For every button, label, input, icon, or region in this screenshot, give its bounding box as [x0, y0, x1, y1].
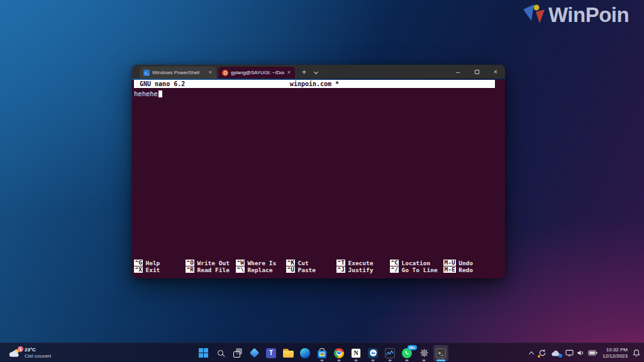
shortcut-label: Paste	[297, 266, 316, 273]
widgets-button[interactable]	[247, 345, 262, 361]
shortcut-label: Read File	[197, 266, 229, 273]
running-indicator	[389, 359, 392, 361]
shortcut-label: Write Out	[197, 260, 229, 266]
tab-title: Windows PowerShell	[152, 70, 206, 75]
chrome-button[interactable]	[331, 345, 347, 361]
teams-icon: T	[266, 348, 276, 358]
shortcut-label: Redo	[458, 266, 473, 273]
terminal-button[interactable]: >_	[433, 345, 448, 361]
microsoft-store-button[interactable]	[314, 345, 330, 361]
terminal-titlebar[interactable]: >_ Windows PowerShell × gylang@SAYUGI: ~…	[132, 65, 505, 79]
hidden-icons-chevron-icon[interactable]	[529, 351, 534, 356]
shortcut-label: Justify	[348, 266, 373, 273]
shortcut-column: ^WWhere Is ^\Replace	[236, 260, 286, 273]
nano-edit-buffer[interactable]: hehehe	[134, 90, 505, 97]
shortcut-label: Replace	[247, 266, 272, 273]
search-button[interactable]	[213, 345, 228, 361]
clock[interactable]: 10:32 PM 12/12/2023	[602, 347, 628, 359]
tab-close-icon[interactable]: ×	[287, 70, 291, 75]
shortcut-column: ^KCut ^UPaste	[286, 260, 336, 273]
edge-button[interactable]	[297, 345, 313, 361]
tab-title: gylang@SAYUGI: ~/Downloac	[231, 70, 284, 75]
running-indicator	[423, 359, 426, 361]
shortcut-label: Help	[145, 260, 160, 266]
edge-icon	[300, 348, 310, 358]
shortcut-key: ^X	[134, 266, 143, 273]
battery-icon	[588, 350, 597, 356]
media-app-button[interactable]	[382, 345, 397, 361]
shortcut-label: Undo	[458, 260, 473, 266]
whatsapp-icon: 99+	[402, 348, 412, 358]
onedrive-icon[interactable]	[552, 350, 560, 356]
tray-time: 10:32 PM	[602, 347, 628, 353]
maximize-button[interactable]	[467, 65, 486, 79]
weather-notification-badge: 1	[18, 346, 23, 352]
winpoin-logo-icon	[523, 3, 547, 26]
notion-button[interactable]: N	[348, 345, 364, 361]
notion-icon: N	[351, 348, 361, 358]
widgets-icon	[249, 348, 259, 358]
taskbar: 1 23°C Ciel couvert T	[0, 343, 644, 362]
terminal-content[interactable]: winpoin.com * GNU nano 6.2 hehehe ^GHelp…	[132, 80, 505, 278]
shortcut-key: ^C	[390, 260, 399, 266]
winpoin-logo: WinPoin	[523, 3, 629, 27]
powershell-icon: >_	[143, 70, 150, 76]
shortcut-column: ^TExecute ^JJustify	[336, 260, 390, 273]
tab-close-icon[interactable]: ×	[208, 70, 213, 75]
shortcut-key: ^T	[336, 260, 345, 266]
system-tray: 10:32 PM 12/12/2023	[530, 343, 640, 362]
shortcut-key: ^G	[134, 260, 143, 266]
start-button[interactable]	[196, 345, 211, 361]
task-view-icon	[234, 350, 241, 357]
shortcut-column: M-UUndo M-ERedo	[443, 260, 495, 273]
text-cursor	[158, 90, 162, 97]
tray-date: 12/12/2023	[602, 353, 628, 359]
update-sync-icon[interactable]	[538, 349, 547, 357]
tab-dropdown-icon[interactable]	[314, 70, 318, 74]
whatsapp-badge: 99+	[408, 345, 417, 350]
notification-bell-icon[interactable]	[633, 349, 640, 357]
shortcut-label: Go To Line	[401, 266, 437, 273]
winpoin-logo-text: WinPoin	[548, 3, 629, 27]
running-indicator	[406, 359, 409, 361]
whatsapp-button[interactable]: 99+	[399, 345, 414, 361]
file-explorer-button[interactable]	[280, 345, 296, 361]
shortcut-key: ^/	[390, 266, 399, 273]
shortcut-key: ^O	[186, 260, 194, 266]
shortcut-label: Where Is	[247, 260, 276, 266]
settings-button[interactable]	[416, 345, 431, 361]
shortcut-label: Cut	[297, 260, 308, 266]
tab-ubuntu-session[interactable]: gylang@SAYUGI: ~/Downloac ×	[218, 67, 295, 79]
active-app-indicator	[436, 359, 445, 361]
nano-shortcut-bar: ^GHelp ^XExit ^OWrite Out ^RRead File ^W…	[134, 260, 495, 273]
microsoft-store-icon	[317, 348, 327, 358]
shortcut-key: ^J	[336, 266, 345, 273]
windows-logo-icon	[199, 348, 208, 358]
maximize-icon	[475, 70, 479, 74]
running-indicator	[338, 359, 341, 361]
shortcut-column: ^CLocation ^/Go To Line	[390, 260, 443, 273]
new-tab-button[interactable]: +	[302, 69, 306, 76]
shortcut-label: Execute	[348, 260, 373, 266]
shortcut-key: ^W	[236, 260, 245, 266]
update-badge	[538, 355, 541, 358]
weather-widget[interactable]: 1 23°C Ciel couvert	[5, 343, 55, 362]
task-view-button[interactable]	[230, 345, 245, 361]
minimize-button[interactable]: –	[448, 65, 467, 79]
shortcut-key: M-E	[443, 266, 456, 273]
running-indicator	[355, 359, 358, 361]
search-icon	[218, 350, 223, 356]
gear-icon	[419, 348, 429, 358]
terminal-icon: >_	[436, 348, 446, 358]
tab-windows-powershell[interactable]: >_ Windows PowerShell ×	[140, 67, 216, 79]
close-button[interactable]: ×	[486, 65, 505, 79]
teamviewer-button[interactable]	[365, 345, 380, 361]
nano-title-bar: winpoin.com * GNU nano 6.2	[134, 80, 495, 88]
speaker-icon	[577, 349, 585, 356]
quick-settings[interactable]	[565, 349, 597, 356]
folder-icon	[283, 349, 294, 358]
window-controls: – ×	[448, 65, 505, 79]
teams-button[interactable]: T	[264, 345, 279, 361]
running-indicator	[372, 359, 375, 361]
shortcut-label: Location	[401, 260, 430, 266]
